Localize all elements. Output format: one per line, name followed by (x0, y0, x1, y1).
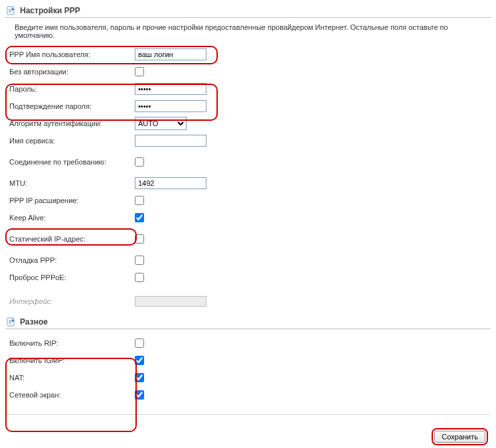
input-mtu[interactable] (135, 177, 207, 189)
label-ppp-ip-ext: PPP IP расширение: (5, 196, 135, 204)
input-password[interactable] (135, 83, 207, 95)
checkbox-pppoe-passthrough[interactable] (135, 273, 144, 282)
label-auth-algo: Алгоритм аутентификации: (5, 119, 135, 127)
row-firewall: Сетевой экран: (5, 386, 491, 404)
row-password: Пароль: (5, 80, 491, 98)
label-pppoe-passthrough: Проброс PPPoE: (5, 273, 135, 281)
checkbox-static-ip[interactable] (135, 234, 144, 244)
row-interface: Интерфейс: (5, 293, 491, 310)
save-button[interactable]: Сохранить (434, 431, 485, 443)
checkbox-debug-ppp[interactable] (135, 256, 144, 265)
page-arrow-icon (7, 6, 16, 15)
label-mtu: MTU: (5, 179, 135, 187)
row-password-confirm: Подтверждение пароля: (5, 98, 491, 115)
checkbox-nat[interactable] (135, 373, 144, 382)
row-nat: NAT: (5, 369, 491, 386)
label-nat: NAT: (5, 374, 135, 382)
section-misc-title: Разное (20, 317, 48, 327)
label-static-ip: Статический IP-адрес: (5, 235, 135, 243)
row-service-name: Имя сервиса: (5, 132, 491, 149)
input-password-confirm[interactable] (135, 100, 207, 112)
checkbox-firewall[interactable] (135, 390, 144, 400)
label-igmp: Включить IGMP: (5, 356, 135, 364)
row-ppp-ip-ext: PPP IP расширение: (5, 192, 491, 209)
label-firewall: Сетевой экран: (5, 391, 135, 399)
label-no-auth: Без авторизации: (5, 68, 135, 76)
row-keep-alive: Keep Alive: (5, 209, 491, 226)
label-keep-alive: Keep Alive: (5, 214, 135, 222)
readonly-interface (135, 296, 207, 307)
row-auth-algo: Алгоритм аутентификации: AUTO (5, 115, 491, 132)
row-debug-ppp: Отладка PPP: (5, 252, 491, 269)
label-password-confirm: Подтверждение пароля: (5, 102, 135, 110)
label-rip: Включить RIP: (5, 339, 135, 347)
row-igmp: Включить IGMP: (5, 352, 491, 369)
section-ppp-header: Настройки PPP (5, 4, 491, 18)
label-dial-on-demand: Соединение по требованию: (5, 158, 135, 166)
input-service-name[interactable] (135, 135, 207, 147)
select-auth-algo[interactable]: AUTO (135, 117, 187, 130)
checkbox-rip[interactable] (135, 338, 144, 348)
checkbox-igmp[interactable] (135, 356, 144, 365)
row-pppoe-passthrough: Проброс PPPoE: (5, 269, 491, 286)
ppp-hint: Введите имя пользователя, пароль и прочи… (15, 23, 489, 39)
label-username: PPP Имя пользователя: (5, 50, 135, 58)
row-static-ip: Статический IP-адрес: (5, 230, 491, 248)
row-mtu: MTU: (5, 175, 491, 192)
label-interface: Интерфейс: (5, 297, 135, 305)
label-debug-ppp: Отладка PPP: (5, 256, 135, 264)
input-username[interactable] (135, 48, 207, 60)
page-arrow-icon (7, 317, 16, 327)
section-misc-header: Разное (5, 315, 491, 329)
checkbox-keep-alive[interactable] (135, 213, 144, 222)
section-ppp-title: Настройки PPP (20, 6, 80, 15)
checkbox-ppp-ip-ext[interactable] (135, 196, 144, 205)
checkbox-dial-on-demand[interactable] (135, 157, 144, 167)
button-bar: Сохранить (5, 419, 491, 448)
row-dial-on-demand: Соединение по требованию: (5, 153, 491, 171)
checkbox-no-auth[interactable] (135, 67, 144, 76)
row-no-auth: Без авторизации: (5, 63, 491, 80)
label-service-name: Имя сервиса: (5, 137, 135, 145)
row-rip: Включить RIP: (5, 335, 491, 352)
label-password: Пароль: (5, 85, 135, 93)
bottom-divider (5, 414, 491, 415)
row-username: PPP Имя пользователя: (5, 46, 491, 63)
highlight-save-button: Сохранить (432, 428, 488, 445)
